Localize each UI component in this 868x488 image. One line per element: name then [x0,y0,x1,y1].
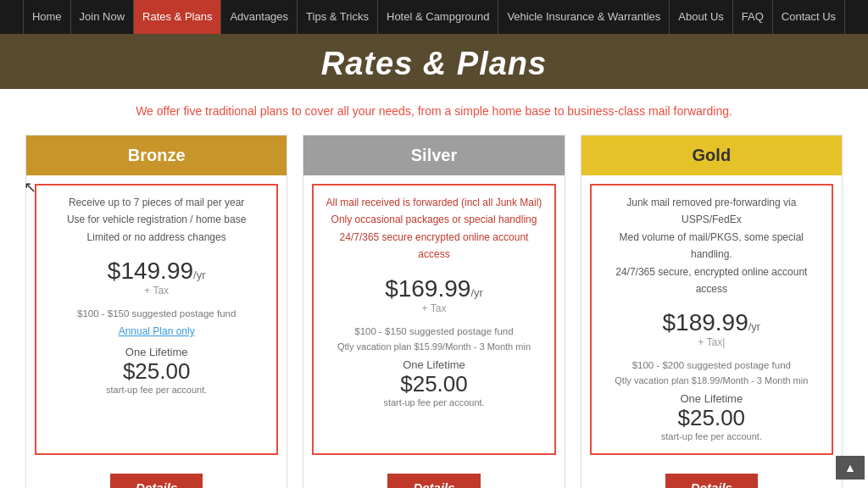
silver-feature-3: 24/7/365 secure encrypted online account… [324,229,543,263]
gold-feature-3: 24/7/365 secure, encrypted online accoun… [602,263,821,298]
nav-contact-us[interactable]: Contact Us [773,0,845,34]
gold-body: Junk mail removed pre-forwarding via USP… [590,184,833,455]
bronze-price-block: $149.99/yr + Tax [108,258,206,300]
silver-postage: $100 - $150 suggested postage fund [354,326,513,336]
gold-details-button[interactable]: Details [665,474,758,488]
gold-tax: + Tax| [662,336,760,348]
bronze-feature-3: Limited or no address changes [67,229,246,246]
nav-hotel-campground[interactable]: Hotel & Campground [378,0,498,34]
bronze-feature-1: Receive up to 7 pieces of mail per year [67,194,246,211]
bronze-header: Bronze [26,136,287,175]
scroll-up-button[interactable]: ▲ [836,456,865,480]
gold-vacation: Qtly vacation plan $18.99/Month - 3 Mont… [615,375,808,385]
bronze-body: Receive up to 7 pieces of mail per year … [35,184,278,455]
plan-card-silver: Silver All mail received is forwarded (i… [303,135,565,488]
plan-card-bronze: Bronze Receive up to 7 pieces of mail pe… [25,135,287,488]
nav-join-now[interactable]: Join Now [71,0,134,34]
silver-body: All mail received is forwarded (incl all… [312,184,555,455]
bronze-tax: + Tax [108,285,206,297]
main-nav: Home Join Now Rates & Plans Advantages T… [0,0,868,34]
bronze-annual[interactable]: Annual Plan only [119,325,195,337]
gold-startup-label: One Lifetime [680,392,743,405]
gold-price: $189.99/yr [662,309,760,336]
hero-section: Rates & Plans [0,34,868,89]
silver-price: $169.99/yr [385,275,483,302]
gold-feature-2: Med volume of mail/PKGS, some special ha… [602,229,821,263]
nav-tips-tricks[interactable]: Tips & Tricks [298,0,378,34]
gold-postage: $100 - $200 suggested postage fund [632,360,791,370]
silver-features: All mail received is forwarded (incl all… [324,194,543,263]
scroll-up-icon: ▲ [844,461,856,474]
bronze-startup-label: One Lifetime [125,346,188,358]
silver-startup-price: $25.00 [400,371,468,397]
nav-home[interactable]: Home [23,0,71,34]
nav-rates-plans[interactable]: Rates & Plans [134,0,221,34]
silver-startup-label: One Lifetime [403,358,465,371]
gold-feature-1: Junk mail removed pre-forwarding via USP… [602,194,821,229]
silver-price-block: $169.99/yr + Tax [385,275,483,318]
bronze-postage: $100 - $150 suggested postage fund [77,308,236,319]
gold-startup-sub: start-up fee per account. [661,431,762,441]
nav-vehicle-insurance[interactable]: Vehicle Insurance & Warranties [498,0,670,34]
gold-features: Junk mail removed pre-forwarding via USP… [602,194,821,297]
silver-startup-sub: start-up fee per account. [383,397,484,408]
silver-details-button[interactable]: Details [387,474,480,488]
nav-faq[interactable]: FAQ [733,0,773,34]
bronze-feature-2: Use for vehicle registration / home base [67,211,246,228]
silver-feature-1: All mail received is forwarded (incl all… [324,194,543,211]
gold-price-block: $189.99/yr + Tax| [662,309,760,352]
bronze-startup-price: $25.00 [123,358,191,385]
silver-header: Silver [303,136,564,175]
silver-feature-2: Only occasional packages or special hand… [324,211,543,228]
nav-about-us[interactable]: About Us [670,0,732,34]
bronze-features: Receive up to 7 pieces of mail per year … [67,194,246,246]
bronze-startup-sub: start-up fee per account. [106,385,207,395]
silver-vacation: Qtly vacation plan $15.99/Month - 3 Mont… [337,341,531,352]
bronze-price: $149.99/yr [108,258,206,284]
plans-section: Bronze Receive up to 7 pieces of mail pe… [0,126,868,488]
bronze-details-button[interactable]: Details [110,474,203,488]
gold-startup-price: $25.00 [678,405,746,431]
subtitle-section: We offer five traditional plans to cover… [0,89,868,126]
silver-tax: + Tax [385,302,483,314]
plan-card-gold: Gold Junk mail removed pre-forwarding vi… [581,135,843,488]
page-title: Rates & Plans [0,46,868,82]
subtitle-text: We offer five traditional plans to cover… [136,104,732,118]
gold-header: Gold [581,136,842,175]
nav-advantages[interactable]: Advantages [221,0,298,34]
plans-row-top: Bronze Receive up to 7 pieces of mail pe… [25,135,843,488]
